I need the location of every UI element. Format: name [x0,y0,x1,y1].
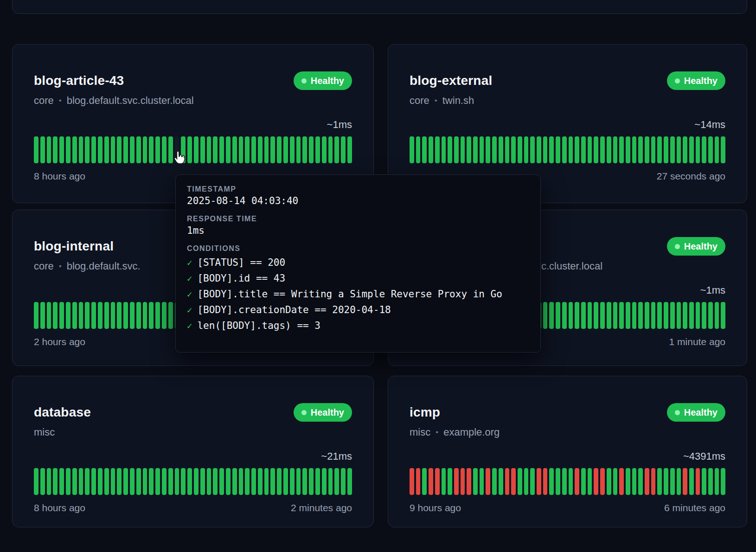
history-bar[interactable] [600,302,605,329]
history-bar[interactable] [53,302,58,329]
history-bar[interactable] [347,468,352,495]
history-bar[interactable] [123,302,128,329]
history-bar[interactable] [155,136,160,163]
history-bar[interactable] [657,468,662,495]
history-bar[interactable] [480,136,484,163]
history-bar[interactable] [149,468,154,495]
history-bar[interactable] [66,136,70,163]
history-bar[interactable] [632,468,637,495]
history-bar[interactable] [219,136,224,163]
history-bar[interactable] [689,302,694,329]
history-bar[interactable] [499,468,503,495]
history-bar[interactable] [626,136,630,163]
history-bar[interactable] [232,136,237,163]
uptime-history[interactable] [410,468,725,495]
history-bar[interactable] [59,468,64,495]
history-bar[interactable] [85,136,90,163]
uptime-history[interactable] [34,136,352,163]
history-bar[interactable] [309,468,314,495]
history-bar[interactable] [104,136,109,163]
history-bar[interactable] [155,468,160,495]
endpoint-card-icmp[interactable]: icmp Healthy misc • example.org ~4391ms … [388,376,747,527]
history-bar[interactable] [651,468,656,495]
history-bar[interactable] [277,136,282,163]
history-bar[interactable] [530,136,535,163]
history-bar[interactable] [66,302,70,329]
history-bar[interactable] [638,468,643,495]
history-bar[interactable] [117,136,122,163]
history-bar[interactable] [175,468,179,495]
history-bar[interactable] [588,302,592,329]
history-bar[interactable] [290,468,295,495]
uptime-history[interactable] [410,136,725,163]
history-bar[interactable] [638,136,643,163]
history-bar[interactable] [143,302,147,329]
history-bar[interactable] [429,136,433,163]
history-bar[interactable] [562,468,567,495]
history-bar[interactable] [72,468,77,495]
history-bar[interactable] [607,136,611,163]
history-bar[interactable] [721,302,725,329]
history-bar[interactable] [207,468,211,495]
history-bar[interactable] [277,468,282,495]
history-bar[interactable] [245,468,250,495]
history-bar[interactable] [702,302,706,329]
history-bar[interactable] [104,468,109,495]
history-bar[interactable] [721,468,725,495]
history-bar[interactable] [309,136,314,163]
history-bar[interactable] [341,468,346,495]
history-bar[interactable] [347,136,352,163]
history-bar[interactable] [187,468,192,495]
history-bar[interactable] [422,136,427,163]
history-bar[interactable] [651,302,656,329]
history-bar[interactable] [136,136,141,163]
history-bar[interactable] [232,468,237,495]
history-bar[interactable] [600,468,605,495]
history-bar[interactable] [467,468,471,495]
history-bar[interactable] [251,468,256,495]
history-bar[interactable] [168,302,173,329]
history-bar[interactable] [322,136,327,163]
history-bar[interactable] [47,468,51,495]
history-bar[interactable] [40,136,45,163]
history-bar[interactable] [162,468,167,495]
history-bar[interactable] [328,468,333,495]
history-bar[interactable] [187,136,192,163]
history-bar[interactable] [79,136,83,163]
history-bar[interactable] [245,136,250,163]
history-bar[interactable] [505,136,510,163]
history-bar[interactable] [302,468,307,495]
history-bar[interactable] [499,136,503,163]
history-bar[interactable] [683,302,687,329]
history-bar[interactable] [334,136,339,163]
history-bar[interactable] [670,136,675,163]
history-bar[interactable] [664,136,668,163]
history-bar[interactable] [149,136,154,163]
history-bar[interactable] [619,468,624,495]
history-bar[interactable] [651,136,656,163]
history-bar[interactable] [556,136,560,163]
history-bar[interactable] [657,302,662,329]
endpoint-card-database[interactable]: database Healthy misc ~21ms 8 hours ago … [12,376,374,527]
history-bar[interactable] [47,302,51,329]
history-bar[interactable] [657,136,662,163]
history-bar[interactable] [200,136,205,163]
history-bar[interactable] [511,136,516,163]
history-bar[interactable] [53,468,58,495]
history-bar[interactable] [194,468,199,495]
history-bar[interactable] [251,136,256,163]
history-bar[interactable] [708,468,713,495]
uptime-history[interactable] [34,468,352,495]
history-bar[interactable] [429,468,433,495]
history-bar[interactable] [619,136,624,163]
history-bar[interactable] [315,468,320,495]
history-bar[interactable] [123,136,128,163]
history-bar[interactable] [543,468,548,495]
history-bar[interactable] [91,136,96,163]
history-bar[interactable] [664,302,668,329]
history-bar[interactable] [322,468,327,495]
history-bar[interactable] [200,468,205,495]
history-bar[interactable] [569,302,573,329]
history-bar[interactable] [594,468,598,495]
history-bar[interactable] [91,468,96,495]
